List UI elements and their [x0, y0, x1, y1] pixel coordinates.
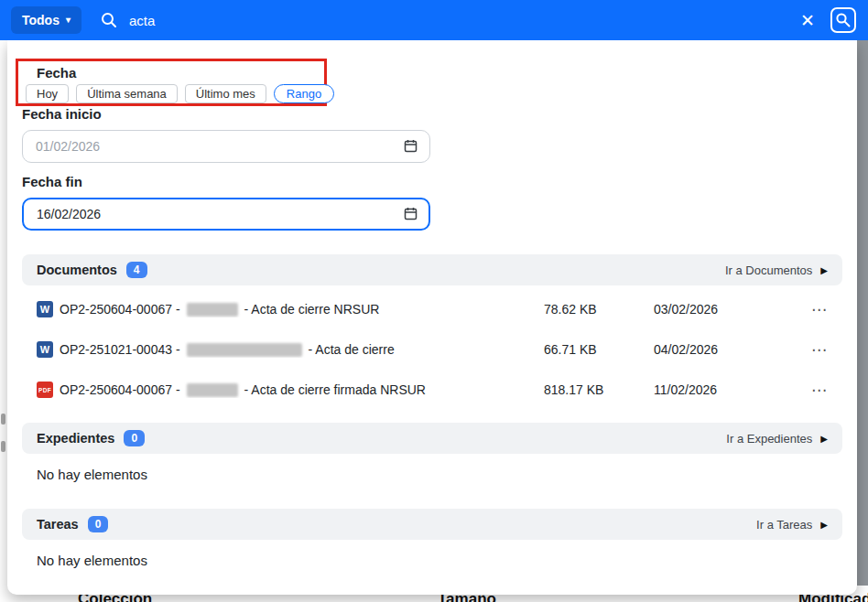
document-size: 78.62 KB — [544, 302, 654, 317]
fecha-fin-input[interactable] — [22, 198, 430, 231]
chip-ultimo-mes[interactable]: Último mes — [185, 84, 266, 103]
document-size: 818.17 KB — [544, 382, 654, 397]
search-icon — [100, 11, 118, 29]
fecha-inicio-label: Fecha inicio — [22, 106, 102, 122]
document-row[interactable]: PDF OP2-250604-00067 - - Acta de cierre … — [22, 370, 842, 410]
document-row[interactable]: W OP2-250604-00067 - - Acta de cierre NR… — [22, 289, 842, 329]
document-name: W OP2-250604-00067 - - Acta de cierre NR… — [37, 301, 544, 317]
document-date: 03/02/2026 — [654, 302, 800, 317]
document-date: 11/02/2026 — [654, 382, 800, 397]
fecha-fin-field — [22, 198, 430, 231]
section-header-documentos: Documentos 4 Ir a Documentos ▶ — [22, 254, 842, 285]
search-input[interactable]: acta — [129, 13, 155, 28]
section-title-tareas: Tareas — [37, 517, 79, 532]
redacted-text — [187, 383, 238, 397]
chevron-down-icon: ▾ — [66, 16, 71, 25]
date-filter-group-label: Fecha — [37, 65, 76, 81]
chip-ultima-semana[interactable]: Última semana — [76, 84, 178, 103]
empty-message-expedientes: No hay elementos — [37, 467, 147, 482]
pdf-file-icon: PDF — [37, 382, 53, 398]
more-options-icon[interactable]: ⋯ — [800, 340, 828, 360]
date-filter-chips: Hoy Última semana Último mes Rango — [26, 84, 334, 103]
link-ir-a-expedientes[interactable]: Ir a Expedientes ▶ — [726, 432, 828, 446]
search-bar-actions: ✕ — [800, 6, 857, 34]
scope-dropdown-button[interactable]: Todos ▾ — [11, 6, 81, 34]
document-date: 04/02/2026 — [654, 342, 800, 357]
redacted-text — [187, 303, 238, 317]
arrow-right-icon: ▶ — [820, 434, 828, 444]
document-size: 66.71 KB — [544, 342, 654, 357]
word-file-icon: W — [37, 341, 53, 358]
scope-dropdown-label: Todos — [22, 13, 60, 27]
fecha-fin-label: Fecha fin — [22, 174, 82, 189]
chip-hoy[interactable]: Hoy — [26, 84, 69, 103]
section-title-documentos: Documentos — [37, 263, 117, 277]
documentos-results-list: W OP2-250604-00067 - - Acta de cierre NR… — [22, 289, 842, 410]
section-title-expedientes: Expedientes — [37, 431, 114, 446]
close-icon[interactable]: ✕ — [800, 12, 815, 29]
document-name: PDF OP2-250604-00067 - - Acta de cierre … — [37, 382, 544, 398]
chip-rango[interactable]: Rango — [274, 84, 334, 103]
arrow-right-icon: ▶ — [820, 520, 828, 530]
section-header-tareas: Tareas 0 Ir a Tareas ▶ — [22, 509, 842, 540]
background-fragment — [1, 441, 5, 452]
count-badge-expedientes: 0 — [124, 430, 145, 446]
empty-message-tareas: No hay elementos — [37, 553, 147, 568]
more-options-icon[interactable]: ⋯ — [800, 381, 828, 400]
search-bar: Todos ▾ acta ✕ — [0, 0, 868, 40]
background-fragment — [1, 414, 5, 425]
more-options-icon[interactable]: ⋯ — [800, 300, 828, 319]
count-badge-tareas: 0 — [88, 516, 109, 532]
fecha-inicio-field — [22, 130, 430, 163]
document-name: W OP2-251021-00043 - - Acta de cierre — [37, 341, 544, 358]
section-header-expedientes: Expedientes 0 Ir a Expedientes ▶ — [22, 423, 842, 454]
redacted-text — [187, 343, 302, 357]
count-badge-documentos: 4 — [126, 262, 147, 278]
document-row[interactable]: W OP2-251021-00043 - - Acta de cierre 66… — [22, 329, 842, 370]
link-ir-a-tareas[interactable]: Ir a Tareas ▶ — [756, 518, 828, 532]
word-file-icon: W — [37, 301, 53, 317]
advanced-search-icon[interactable] — [830, 6, 857, 34]
search-results-panel: Fecha Hoy Última semana Último mes Rango… — [7, 40, 857, 595]
background-dimmed-strip — [857, 40, 868, 586]
fecha-inicio-input[interactable] — [22, 130, 430, 163]
link-ir-a-documentos[interactable]: Ir a Documentos ▶ — [725, 263, 828, 277]
arrow-right-icon: ▶ — [820, 265, 828, 275]
